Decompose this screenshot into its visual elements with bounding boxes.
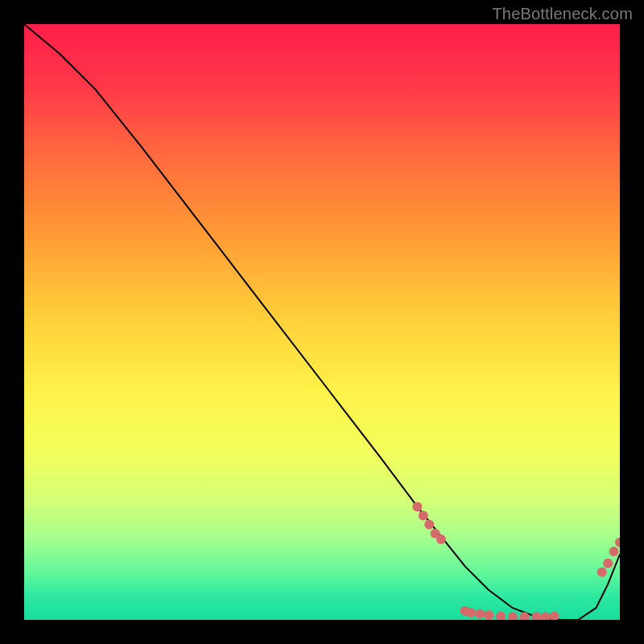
data-point-marker [609,547,619,556]
chart-svg [24,24,620,620]
data-point-marker [475,609,485,619]
gradient-background [24,24,620,620]
data-point-marker [412,502,422,511]
data-point-marker [597,568,607,577]
data-point-marker [436,535,446,544]
data-point-marker [466,608,476,617]
data-point-marker [484,610,493,620]
chart-frame: TheBottleneck.com [0,0,644,644]
data-point-marker [419,511,428,521]
data-point-marker [424,520,434,530]
watermark-text: TheBottleneck.com [492,5,633,23]
data-point-marker [603,559,613,568]
chart-plot-area [24,24,620,620]
